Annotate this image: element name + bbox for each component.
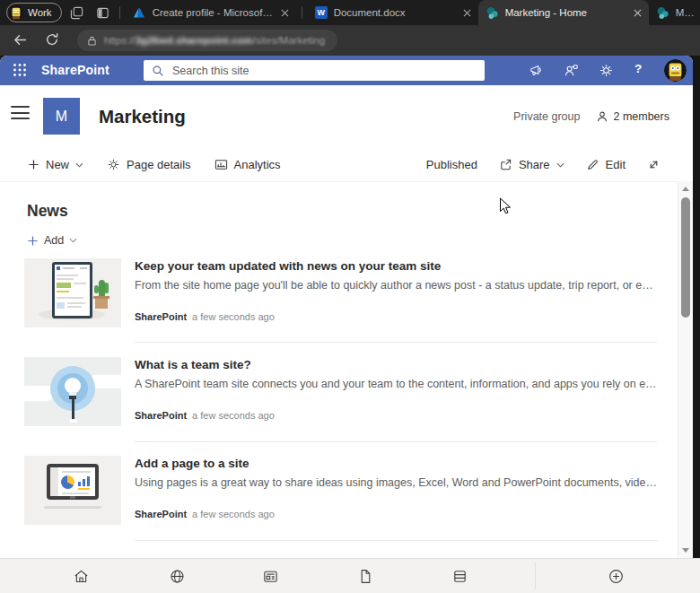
- url-text: https://3g26wd.sharepoint.com/sites/Mark…: [104, 35, 325, 46]
- tab-close-icon[interactable]: [281, 9, 289, 17]
- search-input[interactable]: [171, 64, 477, 78]
- mouse-cursor: [499, 197, 512, 214]
- chevron-down-icon: [69, 238, 77, 243]
- privacy-label: Private group: [513, 110, 580, 123]
- tab-group-icon[interactable]: [66, 3, 88, 22]
- add-label: Add: [44, 234, 64, 247]
- share-label: Share: [519, 158, 550, 171]
- members-label: 2 members: [613, 110, 669, 123]
- sharepoint-suite-bar: SharePoint ?: [0, 56, 693, 85]
- news-timestamp: a few seconds ago: [192, 410, 275, 421]
- list-icon[interactable]: [451, 568, 468, 585]
- tab-marketing-2[interactable]: Marke: [649, 0, 700, 25]
- tab-close-icon[interactable]: [463, 9, 471, 17]
- pencil-icon: [586, 158, 599, 171]
- site-search-box[interactable]: [144, 60, 485, 81]
- card-divider: [135, 342, 658, 343]
- command-bar: New Page details Analytics Published Sha…: [0, 148, 693, 181]
- page-scrollbar[interactable]: [678, 181, 693, 558]
- news-card[interactable]: What is a team site? A SharePoint team s…: [24, 357, 658, 426]
- share-button[interactable]: Share: [499, 158, 564, 171]
- chevron-down-icon: [75, 162, 83, 168]
- app-bar-divider: [535, 562, 536, 589]
- card-divider: [135, 540, 658, 541]
- browser-profile-button[interactable]: Work: [6, 3, 62, 22]
- plus-icon: [27, 235, 39, 247]
- share-icon: [499, 158, 512, 171]
- scroll-up-arrow[interactable]: [682, 187, 689, 191]
- workspaces-icon[interactable]: [92, 3, 114, 22]
- news-thumbnail-monitor: [24, 456, 121, 525]
- hamburger-menu-icon[interactable]: [11, 106, 30, 120]
- new-label: New: [46, 158, 69, 171]
- news-description: A SharePoint team site connects you and …: [135, 378, 658, 390]
- globe-icon[interactable]: [169, 568, 186, 585]
- tab-close-icon[interactable]: [634, 9, 642, 17]
- edit-button[interactable]: Edit: [586, 158, 626, 171]
- tab-separator: [119, 6, 120, 19]
- tab-document[interactable]: W Document.docx: [308, 0, 478, 25]
- scrollbar-thumb[interactable]: [681, 197, 690, 318]
- browser-window: Work Create profile - Microsoft Intune W…: [0, 0, 700, 593]
- site-logo[interactable]: M: [43, 98, 80, 135]
- expand-diagonal-icon: [647, 158, 661, 171]
- site-logo-letter: M: [56, 109, 67, 125]
- news-title[interactable]: Keep your team updated with news on your…: [135, 259, 655, 273]
- url-domain: 3g26wd.sharepoint.com: [136, 35, 253, 46]
- news-webpart-title: News: [27, 202, 68, 221]
- news-author: SharePoint: [135, 311, 187, 322]
- edit-label: Edit: [606, 158, 626, 171]
- app-launcher-waffle-icon[interactable]: [13, 63, 27, 77]
- account-avatar[interactable]: [664, 59, 687, 82]
- members-button[interactable]: 2 members: [596, 110, 669, 123]
- news-title[interactable]: What is a team site?: [135, 358, 655, 371]
- tab-title: Create profile - Microsoft Intune: [153, 7, 275, 18]
- tab-marketing-home[interactable]: Marketing - Home: [478, 0, 649, 25]
- new-button[interactable]: New: [28, 158, 83, 171]
- search-icon: [152, 65, 164, 77]
- expand-button[interactable]: [647, 158, 661, 171]
- people-icon[interactable]: [564, 63, 579, 78]
- tab-title: Marke: [676, 7, 700, 18]
- refresh-button[interactable]: [45, 32, 61, 48]
- news-card[interactable]: Keep your team updated with news on your…: [24, 258, 658, 327]
- lock-icon: [87, 35, 97, 47]
- chevron-down-icon: [556, 162, 564, 168]
- create-plus-icon[interactable]: [608, 568, 625, 585]
- word-favicon: W: [315, 6, 328, 19]
- home-icon[interactable]: [73, 568, 90, 585]
- card-divider: [135, 441, 658, 442]
- news-icon[interactable]: [262, 568, 279, 585]
- analytics-label: Analytics: [234, 158, 281, 171]
- gear-icon: [107, 158, 120, 171]
- help-icon[interactable]: ?: [634, 62, 642, 75]
- sharepoint-favicon: [486, 6, 499, 20]
- page-icon[interactable]: [357, 568, 374, 585]
- site-title: Marketing: [99, 106, 186, 127]
- news-description: From the site home page you'll be able t…: [135, 279, 658, 292]
- settings-gear-icon[interactable]: [599, 63, 614, 78]
- tab-intune[interactable]: Create profile - Microsoft Intune: [126, 0, 296, 25]
- back-button[interactable]: [13, 32, 29, 48]
- add-news-button[interactable]: Add: [27, 234, 77, 247]
- news-card[interactable]: Add a page to a site Using pages is a gr…: [24, 456, 658, 525]
- page-details-label: Page details: [127, 158, 191, 171]
- address-bar[interactable]: https://3g26wd.sharepoint.com/sites/Mark…: [77, 30, 337, 51]
- sharepoint-brand: SharePoint: [41, 63, 109, 77]
- sharepoint-favicon: [656, 6, 669, 20]
- tab-title: Document.docx: [334, 7, 457, 18]
- site-meta: Private group 2 members: [513, 110, 669, 123]
- intune-favicon: [133, 6, 146, 20]
- news-title[interactable]: Add a page to a site: [135, 457, 655, 470]
- person-icon: [596, 110, 608, 123]
- tab-bar: Work Create profile - Microsoft Intune W…: [0, 0, 700, 25]
- address-toolbar: https://3g26wd.sharepoint.com/sites/Mark…: [0, 25, 700, 56]
- news-description: Using pages is a great way to share idea…: [135, 476, 658, 489]
- news-author: SharePoint: [135, 410, 187, 421]
- scroll-down-arrow[interactable]: [682, 548, 689, 553]
- page-canvas: News Add: [0, 181, 678, 558]
- megaphone-icon[interactable]: [529, 63, 544, 78]
- analytics-button[interactable]: Analytics: [214, 158, 281, 171]
- news-author: SharePoint: [135, 509, 187, 519]
- page-details-button[interactable]: Page details: [107, 158, 191, 171]
